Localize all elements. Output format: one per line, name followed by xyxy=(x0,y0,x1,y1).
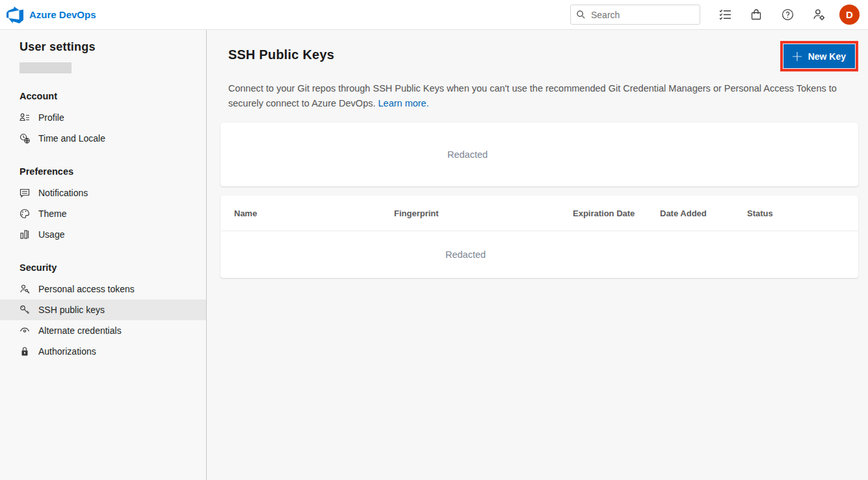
highlight-annotation-box: New Key xyxy=(780,41,858,71)
learn-more-link[interactable]: Learn more. xyxy=(378,98,429,108)
sidebar-item-authorizations[interactable]: Authorizations xyxy=(0,341,206,362)
section-header-security: Security xyxy=(0,262,206,273)
new-key-button-label: New Key xyxy=(808,51,846,62)
search-box[interactable] xyxy=(570,5,700,25)
sidebar-item-label: Personal access tokens xyxy=(38,284,135,294)
ssh-key-icon xyxy=(20,305,30,315)
sidebar-item-label: Usage xyxy=(38,229,64,240)
work-items-list-icon[interactable] xyxy=(718,8,731,21)
plus-icon xyxy=(793,52,802,61)
personal-access-tokens-icon xyxy=(20,284,30,294)
page-description: Connect to your Git repos through SSH Pu… xyxy=(228,81,858,111)
sidebar-title: User settings xyxy=(0,40,206,54)
sidebar-item-label: Theme xyxy=(38,208,67,219)
avatar[interactable]: D xyxy=(839,5,860,25)
sidebar-item-alternate-credentials[interactable]: Alternate credentials xyxy=(0,320,206,341)
redacted-user-name xyxy=(20,62,72,73)
redacted-row-text: Redacted xyxy=(445,249,486,260)
column-header-status: Status xyxy=(747,208,858,218)
profile-icon xyxy=(20,112,30,123)
sidebar-item-label: Time and Locale xyxy=(38,133,105,144)
notifications-icon xyxy=(20,188,30,198)
marketplace-bag-icon[interactable] xyxy=(750,8,763,21)
column-header-date-added: Date Added xyxy=(660,208,747,218)
sidebar-item-profile[interactable]: Profile xyxy=(0,107,206,128)
search-icon xyxy=(576,10,586,19)
sidebar-item-theme[interactable]: Theme xyxy=(0,203,206,224)
user-settings-icon[interactable] xyxy=(812,8,825,21)
brand-name: Azure DevOps xyxy=(29,9,96,20)
azure-devops-logo-icon xyxy=(7,6,23,23)
column-header-fingerprint: Fingerprint xyxy=(394,208,573,218)
sidebar-item-label: SSH public keys xyxy=(38,305,105,315)
redacted-banner-card: Redacted xyxy=(220,123,858,186)
main-content: SSH Public Keys New Key Connect to your … xyxy=(207,30,868,480)
authorizations-lock-icon xyxy=(20,346,30,357)
page-title: SSH Public Keys xyxy=(228,47,334,62)
azure-devops-home-link[interactable]: Azure DevOps xyxy=(7,6,96,23)
help-icon[interactable] xyxy=(781,8,794,21)
sidebar-item-label: Authorizations xyxy=(38,346,96,357)
new-key-button[interactable]: New Key xyxy=(783,44,855,68)
top-bar: Azure DevOps D xyxy=(0,0,868,30)
section-header-preferences: Preferences xyxy=(0,166,206,177)
sidebar-item-usage[interactable]: Usage xyxy=(0,224,206,245)
section-header-account: Account xyxy=(0,91,206,101)
description-text: Connect to your Git repos through SSH Pu… xyxy=(228,83,837,108)
sidebar-item-time-and-locale[interactable]: Time and Locale xyxy=(0,128,206,149)
sidebar-item-personal-access-tokens[interactable]: Personal access tokens xyxy=(0,279,206,299)
user-settings-sidebar: User settings Account Profile Time and L… xyxy=(0,30,207,480)
sidebar-item-label: Profile xyxy=(38,112,64,123)
table-row: Redacted xyxy=(220,231,858,278)
theme-palette-icon xyxy=(20,208,30,219)
usage-chart-icon xyxy=(20,229,30,240)
alternate-credentials-eye-icon xyxy=(20,325,30,336)
sidebar-item-ssh-public-keys[interactable]: SSH public keys xyxy=(0,299,206,320)
column-header-name: Name xyxy=(234,208,394,218)
redacted-banner-text: Redacted xyxy=(447,149,488,160)
table-header-row: Name Fingerprint Expiration Date Date Ad… xyxy=(220,196,858,231)
sidebar-item-label: Alternate credentials xyxy=(38,325,122,336)
column-header-expiration-date: Expiration Date xyxy=(573,208,660,218)
search-input[interactable] xyxy=(591,10,709,20)
sidebar-item-notifications[interactable]: Notifications xyxy=(0,183,206,203)
ssh-keys-table: Name Fingerprint Expiration Date Date Ad… xyxy=(220,196,858,278)
time-locale-icon xyxy=(20,133,30,144)
sidebar-item-label: Notifications xyxy=(38,188,88,198)
